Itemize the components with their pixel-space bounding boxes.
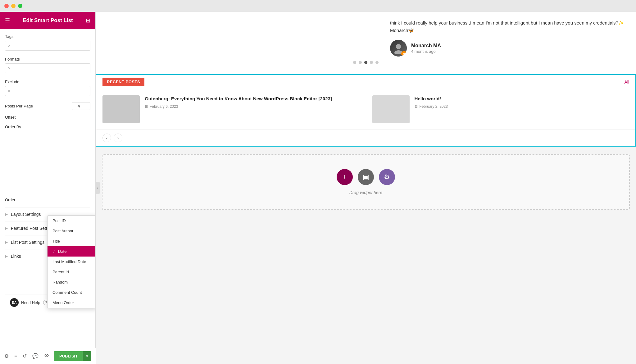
post-thumbnail-2	[372, 95, 410, 123]
svg-point-0	[396, 44, 401, 49]
recent-posts-section: RECENT POSTS All Gutenberg: Everything Y…	[96, 75, 635, 146]
accordion-label: Layout Settings	[11, 212, 41, 217]
history-icon[interactable]: ↺	[23, 353, 27, 359]
post-info-1: Gutenberg: Everything You Need to Know A…	[145, 95, 332, 109]
testimonial-section: think I could really help your business …	[96, 12, 636, 74]
post-date-1: 🗓 February 6, 2023	[145, 104, 332, 109]
post-thumbnail-1	[102, 95, 140, 123]
dot-4[interactable]	[370, 61, 373, 64]
dropdown-item-random[interactable]: Random	[48, 277, 95, 287]
carousel-dots	[106, 57, 626, 66]
dropdown-item-label: Date	[58, 249, 66, 254]
main-preview-border: RECENT POSTS All Gutenberg: Everything Y…	[96, 74, 636, 147]
sidebar-content: Tags ✕ Formats ✕ Exclude ✕	[0, 29, 95, 364]
order-by-label: Order By	[5, 125, 21, 129]
author-badge-icon: ★	[401, 51, 407, 57]
formats-field-group: Formats ✕	[5, 57, 90, 73]
exclude-input[interactable]: ✕	[5, 86, 90, 96]
tags-field-group: Tags ✕	[5, 34, 90, 51]
widget-area: + ▣ ⚙ Drag widget here	[102, 154, 630, 210]
testimonial-author: ★ Monarch MA 4 months ago	[390, 40, 626, 57]
exclude-clear-icon[interactable]: ✕	[8, 89, 11, 93]
order-row: Order	[5, 198, 90, 202]
posts-per-page-label: Posts Per Page	[5, 104, 33, 108]
minimize-button[interactable]	[11, 4, 16, 8]
add-widget-button[interactable]: +	[337, 169, 353, 185]
accordion-arrow-icon: ▶	[5, 254, 8, 258]
exclude-label: Exclude	[5, 80, 90, 84]
code-widget-button[interactable]: ⚙	[379, 169, 395, 185]
post-card-1: Gutenberg: Everything You Need to Know A…	[102, 95, 360, 123]
dropdown-item-date[interactable]: ✓ Date	[48, 246, 95, 257]
posts-per-page-row: Posts Per Page	[5, 102, 90, 110]
dropdown-item-menu-order[interactable]: Menu Order	[48, 298, 95, 308]
offset-row: Offset	[5, 115, 90, 120]
next-arrow[interactable]: ›	[114, 134, 122, 142]
dot-1[interactable]	[353, 61, 356, 64]
dropdown-item-parent-id[interactable]: Parent Id	[48, 267, 95, 277]
publish-button[interactable]: PUBLISH	[54, 351, 83, 361]
order-by-row: Order By Post ID Post Author Title	[5, 125, 90, 129]
prev-arrow[interactable]: ‹	[102, 134, 111, 142]
dot-5[interactable]	[375, 61, 379, 64]
formats-clear-icon[interactable]: ✕	[8, 66, 11, 71]
bottom-toolbar: ⚙ ≡ ↺ 💬 👁 PUBLISH ▾	[0, 348, 96, 364]
dropdown-item-post-author[interactable]: Post Author	[48, 226, 95, 236]
tags-input[interactable]: ✕	[5, 41, 90, 51]
close-button[interactable]	[4, 4, 9, 8]
author-name: Monarch MA	[411, 43, 441, 48]
accordion-arrow-icon: ▶	[5, 226, 8, 230]
tags-clear-icon[interactable]: ✕	[8, 44, 11, 48]
order-by-dropdown[interactable]: Post ID Post Author Title ✓ Date	[47, 215, 95, 308]
author-time: 4 months ago	[411, 49, 441, 54]
dropdown-item-label: Comment Count	[52, 290, 82, 295]
grid-icon[interactable]: ⊞	[86, 17, 90, 24]
post-title-1[interactable]: Gutenberg: Everything You Need to Know A…	[145, 95, 332, 102]
hamburger-icon[interactable]: ☰	[5, 17, 10, 24]
sidebar: ☰ Edit Smart Post List ⊞ Tags ✕ Formats …	[0, 12, 96, 364]
post-separator	[366, 95, 366, 123]
bottom-icons: ⚙ ≡ ↺ 💬 👁	[4, 353, 49, 359]
recent-posts-header: RECENT POSTS All	[96, 75, 635, 89]
checkmark-icon: ✓	[52, 249, 56, 254]
post-title-2[interactable]: Hello world!	[415, 95, 448, 102]
main-content: think I could really help your business …	[96, 12, 636, 364]
dropdown-item-title[interactable]: Title	[48, 236, 95, 246]
dropdown-item-label: Parent Id	[52, 270, 69, 274]
posts-per-page-input[interactable]	[72, 102, 90, 110]
drag-widget-text: Drag widget here	[349, 190, 383, 195]
all-link[interactable]: All	[624, 80, 629, 84]
eye-icon[interactable]: 👁	[44, 353, 49, 359]
ea-badge: EA	[10, 298, 19, 307]
publish-btn-group: PUBLISH ▾	[54, 351, 91, 361]
layers-icon[interactable]: ≡	[14, 353, 17, 359]
ea-badge-label: EA	[12, 301, 16, 304]
dropdown-item-post-id[interactable]: Post ID	[48, 216, 95, 226]
dot-3[interactable]	[364, 61, 367, 64]
post-card-2: Hello world! 🗓 February 2, 2023	[372, 95, 629, 123]
folder-widget-button[interactable]: ▣	[358, 169, 374, 185]
dropdown-menu: Post ID Post Author Title ✓ Date	[47, 215, 95, 308]
formats-input[interactable]: ✕	[5, 63, 90, 73]
folder-icon: ▣	[363, 173, 369, 181]
posts-nav: ‹ ›	[96, 130, 635, 146]
formats-label: Formats	[5, 57, 90, 61]
publish-arrow-button[interactable]: ▾	[83, 351, 91, 361]
app-body: ☰ Edit Smart Post List ⊞ Tags ✕ Formats …	[0, 12, 636, 364]
collapse-handle[interactable]: ‹	[95, 182, 100, 194]
recent-posts-title: RECENT POSTS	[102, 78, 144, 86]
need-help-text: Need Help	[21, 300, 40, 305]
titlebar	[0, 0, 636, 12]
dropdown-item-last-modified-date[interactable]: Last Modified Date	[48, 257, 95, 267]
maximize-button[interactable]	[18, 4, 22, 8]
accordion-label: List Post Settings	[11, 240, 44, 245]
offset-label: Offset	[5, 115, 16, 120]
code-icon: ⚙	[384, 173, 390, 181]
dropdown-item-label: Last Modified Date	[52, 259, 86, 264]
chat-icon[interactable]: 💬	[32, 353, 39, 359]
settings-icon[interactable]: ⚙	[4, 353, 9, 359]
dropdown-item-comment-count[interactable]: Comment Count	[48, 287, 95, 298]
dot-2[interactable]	[359, 61, 362, 64]
author-info: Monarch MA 4 months ago	[411, 43, 441, 54]
dropdown-item-label: Post Author	[52, 229, 73, 233]
